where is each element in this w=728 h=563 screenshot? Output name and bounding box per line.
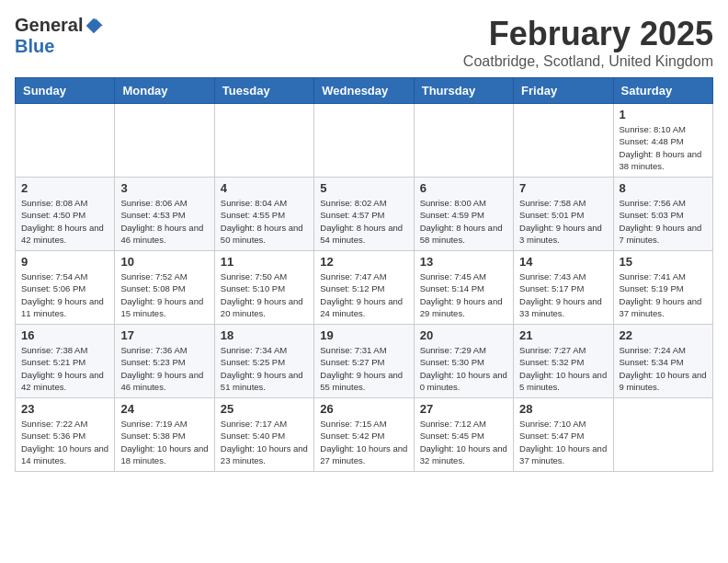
day-number: 18 bbox=[221, 328, 308, 342]
day-info: Sunrise: 7:29 AM Sunset: 5:30 PM Dayligh… bbox=[420, 344, 507, 393]
calendar-cell bbox=[414, 104, 513, 178]
calendar-cell: 1Sunrise: 8:10 AM Sunset: 4:48 PM Daylig… bbox=[613, 104, 712, 178]
day-info: Sunrise: 7:43 AM Sunset: 5:17 PM Dayligh… bbox=[519, 270, 607, 319]
calendar-cell: 7Sunrise: 7:58 AM Sunset: 5:01 PM Daylig… bbox=[514, 178, 613, 251]
calendar-cell: 2Sunrise: 8:08 AM Sunset: 4:50 PM Daylig… bbox=[16, 178, 115, 251]
day-info: Sunrise: 8:00 AM Sunset: 4:59 PM Dayligh… bbox=[420, 197, 507, 246]
calendar-cell: 15Sunrise: 7:41 AM Sunset: 5:19 PM Dayli… bbox=[613, 251, 712, 325]
day-info: Sunrise: 8:04 AM Sunset: 4:55 PM Dayligh… bbox=[221, 197, 308, 246]
calendar-week-row: 23Sunrise: 7:22 AM Sunset: 5:36 PM Dayli… bbox=[16, 398, 713, 472]
day-number: 20 bbox=[420, 328, 507, 342]
day-number: 13 bbox=[420, 255, 507, 269]
logo-blue-text: Blue bbox=[15, 36, 54, 57]
calendar-cell: 24Sunrise: 7:19 AM Sunset: 5:38 PM Dayli… bbox=[115, 398, 214, 472]
calendar-cell bbox=[613, 398, 712, 472]
day-number: 27 bbox=[420, 402, 507, 416]
day-info: Sunrise: 7:22 AM Sunset: 5:36 PM Dayligh… bbox=[21, 418, 108, 466]
calendar-cell: 28Sunrise: 7:10 AM Sunset: 5:47 PM Dayli… bbox=[514, 398, 613, 472]
day-info: Sunrise: 7:38 AM Sunset: 5:21 PM Dayligh… bbox=[21, 344, 108, 393]
day-info: Sunrise: 7:41 AM Sunset: 5:19 PM Dayligh… bbox=[620, 270, 707, 319]
day-of-week-header: Saturday bbox=[613, 78, 712, 104]
day-number: 10 bbox=[120, 255, 208, 269]
day-info: Sunrise: 7:36 AM Sunset: 5:23 PM Dayligh… bbox=[120, 344, 208, 393]
svg-marker-1 bbox=[96, 17, 103, 25]
calendar-cell: 12Sunrise: 7:47 AM Sunset: 5:12 PM Dayli… bbox=[314, 251, 414, 325]
day-info: Sunrise: 8:10 AM Sunset: 4:48 PM Dayligh… bbox=[620, 123, 707, 172]
day-info: Sunrise: 8:02 AM Sunset: 4:57 PM Dayligh… bbox=[320, 197, 407, 246]
day-info: Sunrise: 7:58 AM Sunset: 5:01 PM Dayligh… bbox=[519, 197, 607, 246]
day-info: Sunrise: 7:47 AM Sunset: 5:12 PM Dayligh… bbox=[320, 270, 407, 319]
day-info: Sunrise: 7:31 AM Sunset: 5:27 PM Dayligh… bbox=[320, 344, 407, 393]
day-of-week-header: Wednesday bbox=[314, 78, 414, 104]
calendar-cell bbox=[115, 104, 214, 178]
calendar-header-row: SundayMondayTuesdayWednesdayThursdayFrid… bbox=[16, 78, 713, 104]
calendar-cell: 18Sunrise: 7:34 AM Sunset: 5:25 PM Dayli… bbox=[214, 325, 313, 398]
day-number: 17 bbox=[120, 328, 208, 342]
day-number: 21 bbox=[519, 328, 607, 342]
day-of-week-header: Monday bbox=[115, 78, 214, 104]
day-info: Sunrise: 8:06 AM Sunset: 4:53 PM Dayligh… bbox=[120, 197, 208, 246]
day-number: 28 bbox=[519, 402, 607, 416]
calendar-cell: 5Sunrise: 8:02 AM Sunset: 4:57 PM Daylig… bbox=[314, 178, 414, 251]
day-number: 26 bbox=[320, 402, 407, 416]
day-info: Sunrise: 7:54 AM Sunset: 5:06 PM Dayligh… bbox=[21, 270, 108, 319]
day-number: 6 bbox=[420, 181, 507, 195]
calendar-cell bbox=[214, 104, 313, 178]
day-number: 24 bbox=[120, 402, 208, 416]
day-info: Sunrise: 7:56 AM Sunset: 5:03 PM Dayligh… bbox=[620, 197, 707, 246]
calendar-cell: 16Sunrise: 7:38 AM Sunset: 5:21 PM Dayli… bbox=[16, 325, 115, 398]
day-info: Sunrise: 7:10 AM Sunset: 5:47 PM Dayligh… bbox=[519, 418, 607, 466]
day-number: 3 bbox=[120, 181, 208, 195]
day-info: Sunrise: 7:17 AM Sunset: 5:40 PM Dayligh… bbox=[221, 418, 308, 466]
day-number: 22 bbox=[620, 328, 707, 342]
calendar-cell: 11Sunrise: 7:50 AM Sunset: 5:10 PM Dayli… bbox=[214, 251, 313, 325]
calendar-cell: 4Sunrise: 8:04 AM Sunset: 4:55 PM Daylig… bbox=[214, 178, 313, 251]
day-number: 12 bbox=[320, 255, 407, 269]
day-of-week-header: Tuesday bbox=[214, 78, 313, 104]
day-info: Sunrise: 7:50 AM Sunset: 5:10 PM Dayligh… bbox=[221, 270, 308, 319]
day-number: 1 bbox=[620, 108, 707, 121]
day-of-week-header: Friday bbox=[514, 78, 613, 104]
day-info: Sunrise: 7:19 AM Sunset: 5:38 PM Dayligh… bbox=[120, 418, 208, 466]
day-number: 4 bbox=[221, 181, 308, 195]
day-info: Sunrise: 7:24 AM Sunset: 5:34 PM Dayligh… bbox=[620, 344, 707, 393]
calendar-cell: 19Sunrise: 7:31 AM Sunset: 5:27 PM Dayli… bbox=[314, 325, 414, 398]
day-number: 16 bbox=[21, 328, 108, 342]
day-number: 23 bbox=[21, 402, 108, 416]
day-info: Sunrise: 8:08 AM Sunset: 4:50 PM Dayligh… bbox=[21, 197, 108, 246]
logo-icon bbox=[85, 17, 103, 35]
calendar-cell bbox=[16, 104, 115, 178]
day-number: 11 bbox=[221, 255, 308, 269]
day-info: Sunrise: 7:45 AM Sunset: 5:14 PM Dayligh… bbox=[420, 270, 507, 319]
calendar-cell: 22Sunrise: 7:24 AM Sunset: 5:34 PM Dayli… bbox=[613, 325, 712, 398]
calendar-cell: 6Sunrise: 8:00 AM Sunset: 4:59 PM Daylig… bbox=[414, 178, 513, 251]
calendar-cell: 9Sunrise: 7:54 AM Sunset: 5:06 PM Daylig… bbox=[16, 251, 115, 325]
day-number: 19 bbox=[320, 328, 407, 342]
day-info: Sunrise: 7:52 AM Sunset: 5:08 PM Dayligh… bbox=[120, 270, 208, 319]
month-title: February 2025 bbox=[463, 15, 713, 53]
day-info: Sunrise: 7:15 AM Sunset: 5:42 PM Dayligh… bbox=[320, 418, 407, 466]
calendar-week-row: 2Sunrise: 8:08 AM Sunset: 4:50 PM Daylig… bbox=[16, 178, 713, 251]
day-of-week-header: Sunday bbox=[16, 78, 115, 104]
logo-general-text: General bbox=[15, 15, 83, 36]
calendar-cell: 13Sunrise: 7:45 AM Sunset: 5:14 PM Dayli… bbox=[414, 251, 513, 325]
calendar-cell: 10Sunrise: 7:52 AM Sunset: 5:08 PM Dayli… bbox=[115, 251, 214, 325]
calendar: SundayMondayTuesdayWednesdayThursdayFrid… bbox=[15, 77, 713, 472]
calendar-cell: 25Sunrise: 7:17 AM Sunset: 5:40 PM Dayli… bbox=[214, 398, 313, 472]
day-number: 7 bbox=[519, 181, 607, 195]
day-number: 2 bbox=[21, 181, 108, 195]
calendar-cell: 27Sunrise: 7:12 AM Sunset: 5:45 PM Dayli… bbox=[414, 398, 513, 472]
calendar-cell bbox=[314, 104, 414, 178]
calendar-cell bbox=[514, 104, 613, 178]
day-info: Sunrise: 7:27 AM Sunset: 5:32 PM Dayligh… bbox=[519, 344, 607, 393]
day-number: 25 bbox=[221, 402, 308, 416]
calendar-cell: 14Sunrise: 7:43 AM Sunset: 5:17 PM Dayli… bbox=[514, 251, 613, 325]
calendar-cell: 26Sunrise: 7:15 AM Sunset: 5:42 PM Dayli… bbox=[314, 398, 414, 472]
day-number: 14 bbox=[519, 255, 607, 269]
calendar-week-row: 9Sunrise: 7:54 AM Sunset: 5:06 PM Daylig… bbox=[16, 251, 713, 325]
day-number: 8 bbox=[620, 181, 707, 195]
calendar-cell: 20Sunrise: 7:29 AM Sunset: 5:30 PM Dayli… bbox=[414, 325, 513, 398]
calendar-cell: 17Sunrise: 7:36 AM Sunset: 5:23 PM Dayli… bbox=[115, 325, 214, 398]
calendar-cell: 23Sunrise: 7:22 AM Sunset: 5:36 PM Dayli… bbox=[16, 398, 115, 472]
day-info: Sunrise: 7:12 AM Sunset: 5:45 PM Dayligh… bbox=[420, 418, 507, 466]
